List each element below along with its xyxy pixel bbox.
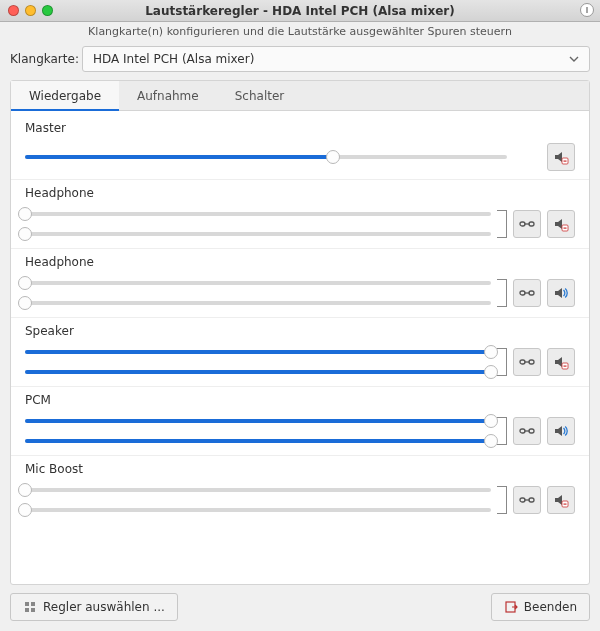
slider-group	[25, 346, 491, 378]
mute-button[interactable]	[547, 279, 575, 307]
mute-button[interactable]	[547, 143, 575, 171]
footer: Regler auswählen ... Beenden	[0, 585, 600, 631]
stereo-bracket	[497, 279, 507, 307]
slider-group	[25, 415, 491, 447]
tab-switches[interactable]: Schalter	[217, 81, 303, 110]
slider-knob[interactable]	[484, 434, 498, 448]
slider-fill	[25, 439, 491, 443]
slider[interactable]	[25, 155, 507, 159]
mute-button[interactable]	[547, 348, 575, 376]
tabs-bar: Wiedergabe Aufnahme Schalter	[11, 81, 589, 111]
slider-right[interactable]	[25, 301, 491, 305]
quit-icon	[504, 600, 518, 614]
svg-rect-27	[31, 608, 35, 612]
minimize-window-button[interactable]	[25, 5, 36, 16]
channel-4: PCM	[11, 387, 589, 456]
select-controls-button[interactable]: Regler auswählen ...	[10, 593, 178, 621]
window-title: Lautstärkeregler - HDA Intel PCH (Alsa m…	[0, 4, 600, 18]
slider-knob[interactable]	[18, 276, 32, 290]
tab-playback[interactable]: Wiedergabe	[11, 81, 119, 110]
channel-body	[25, 346, 575, 378]
slider-knob[interactable]	[484, 414, 498, 428]
channel-body	[25, 415, 575, 447]
channel-name: Master	[25, 121, 575, 135]
speaker-muted-icon	[553, 149, 569, 165]
slider-left[interactable]	[25, 281, 491, 285]
channel-buttons	[513, 143, 575, 171]
slider-group	[25, 484, 491, 516]
slider-left[interactable]	[25, 350, 491, 354]
channel-2: Headphone	[11, 249, 589, 318]
channel-name: Headphone	[25, 255, 575, 269]
slider-knob[interactable]	[484, 365, 498, 379]
speaker-muted-icon	[553, 216, 569, 232]
slider-left[interactable]	[25, 212, 491, 216]
speaker-on-icon	[553, 285, 569, 301]
slider-fill	[25, 419, 491, 423]
stereo-bracket	[497, 486, 507, 514]
channel-5: Mic Boost	[11, 456, 589, 524]
tab-label: Aufnahme	[137, 89, 199, 103]
soundcard-label: Klangkarte:	[10, 52, 82, 66]
svg-rect-24	[25, 602, 29, 606]
slider-group	[25, 277, 491, 309]
channel-buttons	[513, 486, 575, 514]
channel-buttons	[513, 279, 575, 307]
svg-rect-23	[564, 504, 567, 505]
link-icon	[519, 426, 535, 436]
stereo-bracket	[497, 210, 507, 238]
channel-body	[25, 208, 575, 240]
slider-knob[interactable]	[18, 207, 32, 221]
slider-knob[interactable]	[18, 227, 32, 241]
slider-knob[interactable]	[484, 345, 498, 359]
slider-fill	[25, 350, 491, 354]
link-channels-button[interactable]	[513, 348, 541, 376]
link-icon	[519, 288, 535, 298]
slider-knob[interactable]	[326, 150, 340, 164]
quit-button[interactable]: Beenden	[491, 593, 590, 621]
slider-knob[interactable]	[18, 296, 32, 310]
link-channels-button[interactable]	[513, 210, 541, 238]
channel-name: Headphone	[25, 186, 575, 200]
stereo-bracket	[497, 417, 507, 445]
channels-scroll-area[interactable]: MasterHeadphoneHeadphoneSpeakerPCMMic Bo…	[11, 111, 589, 584]
speaker-muted-icon	[553, 354, 569, 370]
tab-label: Wiedergabe	[29, 89, 101, 103]
soundcard-selected-value: HDA Intel PCH (Alsa mixer)	[93, 52, 254, 66]
slider-knob[interactable]	[18, 503, 32, 517]
channel-buttons	[513, 348, 575, 376]
mute-button[interactable]	[547, 486, 575, 514]
slider-fill	[25, 155, 333, 159]
mute-button[interactable]	[547, 417, 575, 445]
tab-capture[interactable]: Aufnahme	[119, 81, 217, 110]
slider-right[interactable]	[25, 370, 491, 374]
button-label: Regler auswählen ...	[43, 600, 165, 614]
slider-left[interactable]	[25, 419, 491, 423]
speaker-on-icon	[553, 423, 569, 439]
svg-rect-2	[564, 161, 567, 162]
slider-right[interactable]	[25, 232, 491, 236]
slider-left[interactable]	[25, 488, 491, 492]
channel-name: Speaker	[25, 324, 575, 338]
channel-name: Mic Boost	[25, 462, 575, 476]
maximize-window-button[interactable]	[42, 5, 53, 16]
slider-right[interactable]	[25, 508, 491, 512]
mute-button[interactable]	[547, 210, 575, 238]
link-icon	[519, 495, 535, 505]
channel-buttons	[513, 417, 575, 445]
svg-rect-25	[31, 602, 35, 606]
channel-1: Headphone	[11, 180, 589, 249]
soundcard-select[interactable]: HDA Intel PCH (Alsa mixer)	[82, 46, 590, 72]
channel-body	[25, 143, 575, 171]
channel-0: Master	[11, 115, 589, 180]
slider-knob[interactable]	[18, 483, 32, 497]
titlebar: Lautstärkeregler - HDA Intel PCH (Alsa m…	[0, 0, 600, 22]
close-window-button[interactable]	[8, 5, 19, 16]
slider-right[interactable]	[25, 439, 491, 443]
link-channels-button[interactable]	[513, 279, 541, 307]
window-hint-icon[interactable]	[580, 3, 594, 17]
link-channels-button[interactable]	[513, 486, 541, 514]
svg-rect-26	[25, 608, 29, 612]
link-channels-button[interactable]	[513, 417, 541, 445]
link-icon	[519, 357, 535, 367]
